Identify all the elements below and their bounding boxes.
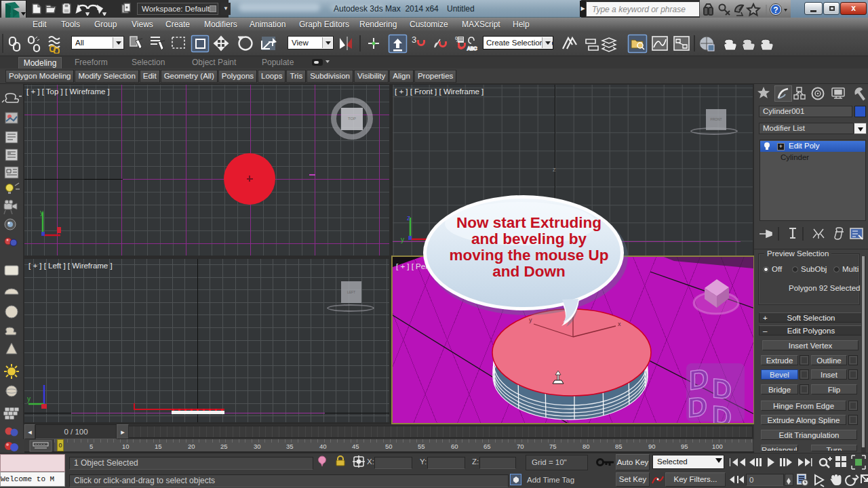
svg-text:y: y — [40, 209, 43, 216]
svg-text:y: y — [401, 236, 404, 243]
svg-text:?: ? — [773, 5, 778, 15]
svg-text:ABC: ABC — [467, 46, 477, 51]
svg-text:and Down: and Down — [492, 263, 566, 280]
svg-text:y: y — [27, 395, 31, 403]
svg-text:D: D — [688, 391, 707, 423]
svg-text:D: D — [712, 400, 732, 423]
svg-text:3: 3 — [412, 35, 416, 45]
svg-text:and beveling by: and beveling by — [471, 230, 587, 247]
svg-text:Now start Extruding: Now start Extruding — [456, 214, 601, 231]
svg-text:moving the mouse Up: moving the mouse Up — [449, 247, 608, 264]
